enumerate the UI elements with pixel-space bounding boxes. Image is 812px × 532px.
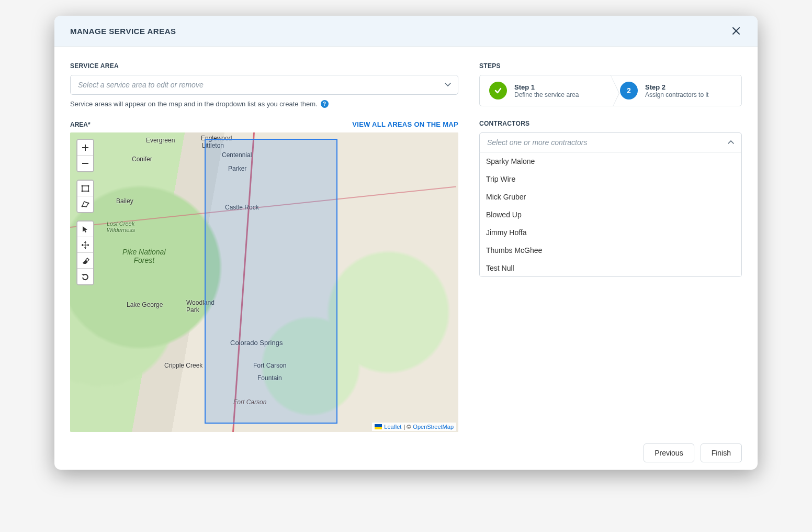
move-button[interactable] xyxy=(77,237,93,253)
service-area-select[interactable]: Select a service area to edit or remove xyxy=(70,75,458,95)
modal-header: MANAGE SERVICE AREAS xyxy=(54,16,758,47)
draw-polygon-button[interactable] xyxy=(77,196,93,212)
step-1-texts: Step 1 Define the service area xyxy=(514,83,579,98)
draw-rectangle-button[interactable] xyxy=(77,181,93,196)
steps-label: STEPS xyxy=(479,62,742,70)
step-2-texts: Step 2 Assign contractors to it xyxy=(645,83,708,98)
map-controls xyxy=(76,139,94,285)
map-city-label: Evergreen xyxy=(146,137,175,144)
view-all-areas-link[interactable]: VIEW ALL AREAS ON THE MAP xyxy=(352,120,458,128)
step-2-title: Step 2 xyxy=(645,83,708,91)
close-button[interactable] xyxy=(730,25,742,37)
step-2-badge: 2 xyxy=(620,82,638,99)
step-1[interactable]: Step 1 Define the service area xyxy=(480,75,611,106)
zoom-controls xyxy=(76,139,94,172)
contractor-option[interactable]: Sparky Malone xyxy=(480,152,741,170)
contractor-option[interactable]: Jimmy Hoffa xyxy=(480,224,741,241)
step-2[interactable]: 2 Step 2 Assign contractors to it xyxy=(611,75,741,106)
contractor-option[interactable]: Test Null xyxy=(480,259,741,277)
edit-controls xyxy=(76,220,94,285)
step-1-badge xyxy=(489,82,507,99)
service-area-helper: Service areas will appear on the map and… xyxy=(70,100,458,108)
modal-body: SERVICE AREA Select a service area to ed… xyxy=(54,47,758,470)
left-column: SERVICE AREA Select a service area to ed… xyxy=(70,62,458,462)
leaflet-link[interactable]: Leaflet xyxy=(384,424,401,430)
edit-button[interactable] xyxy=(77,221,93,237)
service-area-helper-text: Service areas will appear on the map and… xyxy=(70,100,318,108)
contractor-option[interactable]: Mick Gruber xyxy=(480,188,741,206)
rectangle-icon xyxy=(81,184,89,193)
plus-icon xyxy=(82,144,89,151)
step-1-title: Step 1 xyxy=(514,83,579,91)
manage-service-areas-modal: MANAGE SERVICE AREAS SERVICE AREA Select… xyxy=(54,16,758,470)
step-1-sub: Define the service area xyxy=(514,91,579,98)
steps-wrap: Step 1 Define the service area 2 Step 2 … xyxy=(479,75,742,106)
map-city-label: Lake George xyxy=(127,301,163,308)
previous-button[interactable]: Previous xyxy=(644,444,694,462)
cursor-icon xyxy=(81,225,89,234)
service-area-select-wrap: Select a service area to edit or remove xyxy=(70,75,458,95)
svg-point-2 xyxy=(88,185,89,186)
zoom-out-button[interactable] xyxy=(77,156,93,171)
minus-icon xyxy=(82,160,89,167)
map-wilderness-label: Lost Creek Wilderness xyxy=(107,220,135,233)
contractors-label: CONTRACTORS xyxy=(479,120,742,127)
contractors-list[interactable]: Sparky Malone Trip Wire Mick Gruber Blow… xyxy=(479,152,742,277)
osm-link[interactable]: OpenStreetMap xyxy=(413,424,454,430)
map-city-label: Bailey xyxy=(116,197,133,205)
undo-icon xyxy=(81,272,89,281)
contractors-placeholder: Select one or more contractors xyxy=(487,138,587,147)
help-icon[interactable]: ? xyxy=(321,100,329,108)
map-forest-label: Pike National Forest xyxy=(122,248,166,264)
attrib-separator: | © xyxy=(403,424,411,430)
contractor-option[interactable]: Blowed Up xyxy=(480,206,741,224)
contractor-option[interactable]: Trip Wire xyxy=(480,170,741,188)
check-icon xyxy=(494,86,502,95)
chevron-up-icon xyxy=(728,140,734,145)
modal-footer: Previous Finish xyxy=(479,437,742,462)
step-2-sub: Assign contractors to it xyxy=(645,91,708,98)
finish-button[interactable]: Finish xyxy=(701,444,742,462)
modal-title: MANAGE SERVICE AREAS xyxy=(70,27,176,36)
polygon-icon xyxy=(81,200,89,208)
map-attribution: Leaflet | © OpenStreetMap xyxy=(372,423,456,431)
close-icon xyxy=(732,27,740,35)
svg-point-6 xyxy=(88,203,89,204)
area-selection-rect[interactable] xyxy=(205,139,337,424)
chevron-down-icon xyxy=(445,83,451,87)
map-city-label: Conifer xyxy=(132,156,152,163)
svg-point-1 xyxy=(82,185,83,186)
zoom-in-button[interactable] xyxy=(77,140,93,156)
draw-controls xyxy=(76,180,94,213)
svg-rect-0 xyxy=(82,186,88,191)
move-icon xyxy=(81,241,89,249)
map-city-label: Cripple Creek xyxy=(164,362,202,369)
contractors-select[interactable]: Select one or more contractors xyxy=(479,132,742,152)
svg-point-3 xyxy=(82,190,83,192)
map[interactable]: Pike National Forest Lost Creek Wilderne… xyxy=(70,132,458,432)
erase-icon xyxy=(81,257,89,265)
erase-button[interactable] xyxy=(77,253,93,269)
svg-point-5 xyxy=(82,206,83,207)
svg-point-4 xyxy=(88,190,89,192)
area-header: AREA* VIEW ALL AREAS ON THE MAP xyxy=(70,120,458,128)
ukraine-flag-icon xyxy=(375,424,382,429)
right-column: STEPS Step 1 Define the service area 2 S… xyxy=(479,62,742,462)
service-area-placeholder: Select a service area to edit or remove xyxy=(78,81,204,89)
area-label: AREA* xyxy=(70,121,91,128)
contractor-option[interactable]: Thumbs McGhee xyxy=(480,241,741,259)
undo-button[interactable] xyxy=(77,269,93,284)
service-area-label: SERVICE AREA xyxy=(70,62,458,70)
